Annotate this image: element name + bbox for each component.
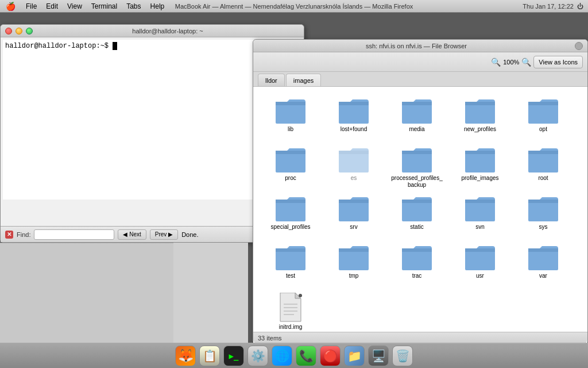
list-item[interactable]: var (512, 239, 575, 288)
terminal-title: halldor@halldor-laptop: ~ (36, 28, 299, 34)
file-label: srv (350, 224, 357, 231)
file-label: var (539, 273, 547, 279)
dock-icon-terminal[interactable]: ▶_ (223, 346, 244, 366)
folder-icon (338, 146, 370, 174)
list-item[interactable]: profile_images (448, 141, 512, 190)
folder-icon (338, 244, 370, 271)
file-icon (278, 293, 303, 323)
dock-icon-phone[interactable]: 📞 (296, 346, 316, 366)
find-done: Done. (181, 231, 198, 238)
dock-icon-network[interactable]: 🌐 (272, 346, 292, 366)
item-count: 33 items (258, 335, 282, 342)
list-item[interactable]: opt (512, 93, 575, 141)
list-item[interactable]: new_profiles (448, 93, 512, 141)
file-label: usr (476, 273, 484, 279)
gray-panel2 (173, 243, 248, 343)
file-grid: lib lost+found media new_profiles (253, 87, 587, 343)
close-button[interactable] (5, 28, 12, 34)
file-label: static (410, 224, 423, 231)
dock-icon-display[interactable]: 🖥️ (368, 346, 389, 366)
desktop: halldor@halldor-laptop: ~ halldor@halldo… (0, 13, 588, 355)
file-label: root (538, 175, 548, 182)
file-label: proc (285, 175, 296, 182)
maximize-button[interactable] (26, 28, 33, 34)
menubar: 🍎 File Edit View Terminal Tabs Help MacB… (0, 0, 588, 13)
dock: 🦊 📋 ▶_ ⚙️ 🌐 📞 🔴 📁 🖥️ 🗑️ (0, 343, 588, 368)
file-label: tmp (349, 273, 359, 279)
folder-icon (274, 146, 307, 174)
file-label: new_profiles (464, 126, 496, 133)
file-label: profile_images (461, 175, 498, 182)
list-item[interactable]: static (385, 190, 448, 239)
menu-help[interactable]: Help (146, 1, 169, 12)
find-prev-button[interactable]: Prev ▶ (150, 229, 178, 240)
zoom-out-icon[interactable]: 🔍 (491, 57, 501, 67)
find-close-button[interactable]: ✕ (5, 231, 13, 239)
breadcrumb-tab-label-1: images (293, 77, 314, 84)
file-label: es (351, 175, 357, 182)
zoom-area: 🔍 100% 🔍 (491, 57, 531, 67)
find-input[interactable] (34, 229, 114, 240)
filebrowser-window: ssh: nfvi.is on nfvi.is — File Browser 🔍… (253, 39, 588, 344)
folder-icon (527, 97, 559, 125)
list-item[interactable]: media (385, 93, 448, 141)
list-item[interactable]: initrd.img (259, 288, 322, 337)
list-item[interactable]: lost+found (322, 93, 385, 141)
file-label: lost+found (341, 126, 367, 133)
list-item[interactable]: processed_profiles_ backup (385, 141, 448, 190)
folder-icon (338, 195, 370, 223)
folder-icon (338, 97, 370, 125)
folder-icon (527, 244, 559, 271)
file-label: processed_profiles_ backup (391, 175, 443, 189)
filebrowser-toolbar: 🔍 100% 🔍 View as Icons (253, 52, 587, 72)
filebrowser-close-button[interactable] (575, 42, 583, 50)
find-next-button[interactable]: ◀ Next (118, 229, 146, 240)
menu-edit[interactable]: Edit (41, 1, 63, 12)
list-item[interactable]: svn (448, 190, 512, 239)
list-item[interactable]: trac (385, 239, 448, 288)
list-item[interactable]: es (322, 141, 385, 190)
breadcrumb-tab-label-0: lldor (265, 77, 277, 84)
dock-icon-files[interactable]: 📁 (344, 346, 365, 366)
dock-icon-trash[interactable]: 🗑️ (392, 346, 413, 366)
folder-icon (464, 195, 496, 223)
menu-terminal[interactable]: Terminal (87, 1, 122, 12)
menu-view[interactable]: View (63, 1, 87, 12)
view-as-button[interactable]: View as Icons (533, 56, 583, 68)
list-item[interactable]: lib (259, 93, 322, 141)
list-item[interactable]: srv (322, 190, 385, 239)
menu-tabs[interactable]: Tabs (122, 1, 145, 12)
breadcrumb-tab-0[interactable]: lldor (258, 74, 285, 86)
menu-items: File Edit View Terminal Tabs Help (21, 1, 169, 12)
folder-icon (274, 97, 307, 125)
file-label: sys (539, 224, 548, 231)
list-item[interactable]: proc (259, 141, 322, 190)
find-label: Find: (17, 231, 30, 238)
folder-icon (464, 244, 496, 271)
list-item[interactable]: test (259, 239, 322, 288)
minimize-button[interactable] (16, 28, 22, 34)
zoom-in-icon[interactable]: 🔍 (521, 57, 531, 67)
menubar-right: Thu Jan 17, 12:22 ⏻ (523, 3, 583, 10)
folder-icon (401, 195, 433, 223)
list-item[interactable]: sys (512, 190, 575, 239)
list-item[interactable]: tmp (322, 239, 385, 288)
dock-icon-notes[interactable]: 📋 (199, 346, 220, 366)
dock-icon-firefox[interactable]: 🦊 (175, 346, 196, 366)
zoom-percent: 100% (503, 59, 519, 66)
terminal-titlebar: halldor@halldor-laptop: ~ (1, 25, 304, 37)
folder-icon (464, 97, 496, 125)
menu-file[interactable]: File (21, 1, 41, 12)
list-item[interactable]: special_profiles (259, 190, 322, 239)
list-item[interactable]: root (512, 141, 575, 190)
folder-icon (401, 244, 433, 271)
list-item[interactable]: usr (448, 239, 512, 288)
folder-icon (401, 146, 433, 174)
folder-icon (401, 97, 433, 125)
folder-icon (527, 146, 559, 174)
folder-icon (464, 146, 496, 174)
dock-icon-red[interactable]: 🔴 (320, 346, 341, 366)
breadcrumb-tab-1[interactable]: images (286, 74, 321, 86)
dock-icon-settings[interactable]: ⚙️ (247, 346, 268, 366)
apple-menu[interactable]: 🍎 (0, 2, 21, 11)
